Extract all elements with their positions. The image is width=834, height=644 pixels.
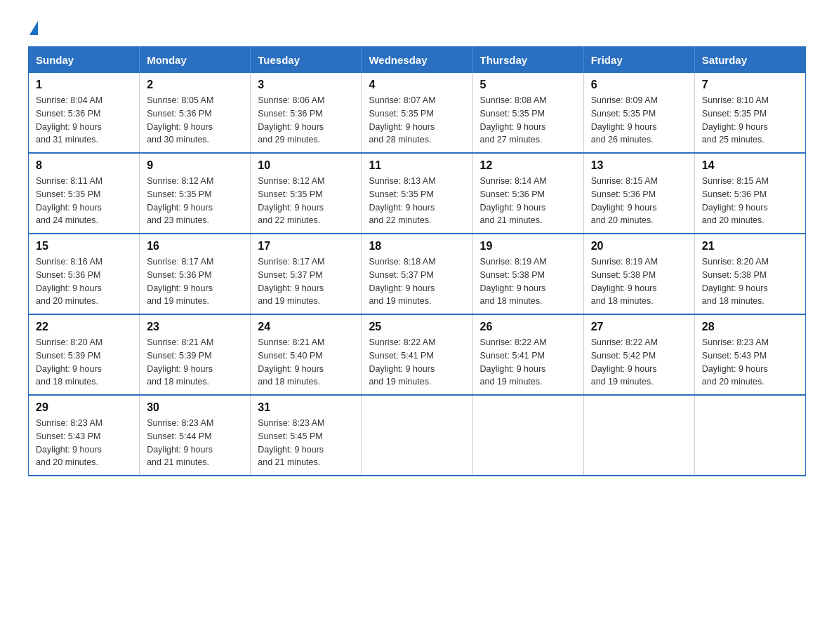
calendar-day-cell: 29 Sunrise: 8:23 AM Sunset: 5:43 PM Dayl… <box>29 395 140 476</box>
calendar-body: 1 Sunrise: 8:04 AM Sunset: 5:36 PM Dayli… <box>29 73 806 476</box>
day-info: Sunrise: 8:12 AM Sunset: 5:35 PM Dayligh… <box>258 175 354 227</box>
day-info: Sunrise: 8:18 AM Sunset: 5:37 PM Dayligh… <box>369 255 465 308</box>
calendar-day-cell <box>694 395 805 476</box>
calendar-day-cell: 20 Sunrise: 8:19 AM Sunset: 5:38 PM Dayl… <box>583 234 694 314</box>
day-number: 23 <box>147 321 243 333</box>
day-info: Sunrise: 8:12 AM Sunset: 5:35 PM Dayligh… <box>147 175 243 227</box>
day-info: Sunrise: 8:14 AM Sunset: 5:36 PM Dayligh… <box>480 175 576 227</box>
calendar-day-cell: 2 Sunrise: 8:05 AM Sunset: 5:36 PM Dayli… <box>140 73 251 153</box>
day-number: 31 <box>258 401 354 414</box>
day-of-week-header: Monday <box>140 47 251 74</box>
calendar-day-cell <box>362 395 472 476</box>
day-info: Sunrise: 8:23 AM Sunset: 5:43 PM Dayligh… <box>702 336 798 389</box>
day-info: Sunrise: 8:20 AM Sunset: 5:39 PM Dayligh… <box>36 336 132 389</box>
logo-triangle-icon <box>29 21 38 35</box>
calendar-day-cell: 15 Sunrise: 8:16 AM Sunset: 5:36 PM Dayl… <box>29 234 140 314</box>
calendar-day-cell: 19 Sunrise: 8:19 AM Sunset: 5:38 PM Dayl… <box>472 234 583 314</box>
day-number: 11 <box>369 159 465 172</box>
day-info: Sunrise: 8:23 AM Sunset: 5:43 PM Dayligh… <box>36 417 132 469</box>
calendar-day-cell: 24 Sunrise: 8:21 AM Sunset: 5:40 PM Dayl… <box>251 314 362 395</box>
day-info: Sunrise: 8:13 AM Sunset: 5:35 PM Dayligh… <box>369 175 465 227</box>
day-info: Sunrise: 8:15 AM Sunset: 5:36 PM Dayligh… <box>702 175 798 227</box>
calendar-day-cell: 14 Sunrise: 8:15 AM Sunset: 5:36 PM Dayl… <box>694 153 805 234</box>
day-number: 4 <box>369 79 465 91</box>
day-number: 25 <box>369 321 465 333</box>
calendar-day-cell: 10 Sunrise: 8:12 AM Sunset: 5:35 PM Dayl… <box>251 153 362 234</box>
day-number: 10 <box>258 159 354 172</box>
day-info: Sunrise: 8:11 AM Sunset: 5:35 PM Dayligh… <box>36 175 132 227</box>
calendar-day-cell: 9 Sunrise: 8:12 AM Sunset: 5:35 PM Dayli… <box>140 153 251 234</box>
day-number: 17 <box>258 240 354 253</box>
calendar-week-row: 1 Sunrise: 8:04 AM Sunset: 5:36 PM Dayli… <box>29 73 806 153</box>
page-header <box>28 21 806 32</box>
day-number: 1 <box>36 79 132 91</box>
day-of-week-header: Sunday <box>29 47 140 74</box>
calendar-table: SundayMondayTuesdayWednesdayThursdayFrid… <box>28 46 806 476</box>
calendar-day-cell: 23 Sunrise: 8:21 AM Sunset: 5:39 PM Dayl… <box>140 314 251 395</box>
day-number: 9 <box>147 159 243 172</box>
logo <box>28 21 38 32</box>
day-number: 2 <box>147 79 243 91</box>
day-info: Sunrise: 8:09 AM Sunset: 5:35 PM Dayligh… <box>591 94 687 147</box>
calendar-day-cell: 4 Sunrise: 8:07 AM Sunset: 5:35 PM Dayli… <box>362 73 472 153</box>
calendar-day-cell: 18 Sunrise: 8:18 AM Sunset: 5:37 PM Dayl… <box>362 234 472 314</box>
day-number: 24 <box>258 321 354 333</box>
day-info: Sunrise: 8:17 AM Sunset: 5:37 PM Dayligh… <box>258 255 354 308</box>
calendar-day-cell: 1 Sunrise: 8:04 AM Sunset: 5:36 PM Dayli… <box>29 73 140 153</box>
day-info: Sunrise: 8:07 AM Sunset: 5:35 PM Dayligh… <box>369 94 465 147</box>
calendar-day-cell: 31 Sunrise: 8:23 AM Sunset: 5:45 PM Dayl… <box>251 395 362 476</box>
calendar-day-cell <box>472 395 583 476</box>
day-info: Sunrise: 8:21 AM Sunset: 5:40 PM Dayligh… <box>258 336 354 389</box>
day-info: Sunrise: 8:06 AM Sunset: 5:36 PM Dayligh… <box>258 94 354 147</box>
day-of-week-header: Thursday <box>472 47 583 74</box>
day-info: Sunrise: 8:17 AM Sunset: 5:36 PM Dayligh… <box>147 255 243 308</box>
day-number: 20 <box>591 240 687 253</box>
calendar-week-row: 22 Sunrise: 8:20 AM Sunset: 5:39 PM Dayl… <box>29 314 806 395</box>
day-info: Sunrise: 8:16 AM Sunset: 5:36 PM Dayligh… <box>36 255 132 308</box>
day-number: 8 <box>36 159 132 172</box>
day-info: Sunrise: 8:19 AM Sunset: 5:38 PM Dayligh… <box>480 255 576 308</box>
day-number: 7 <box>702 79 798 91</box>
day-number: 22 <box>36 321 132 333</box>
calendar-day-cell: 6 Sunrise: 8:09 AM Sunset: 5:35 PM Dayli… <box>583 73 694 153</box>
calendar-day-cell: 8 Sunrise: 8:11 AM Sunset: 5:35 PM Dayli… <box>29 153 140 234</box>
calendar-week-row: 29 Sunrise: 8:23 AM Sunset: 5:43 PM Dayl… <box>29 395 806 476</box>
calendar-day-cell: 12 Sunrise: 8:14 AM Sunset: 5:36 PM Dayl… <box>472 153 583 234</box>
day-number: 29 <box>36 401 132 414</box>
day-info: Sunrise: 8:20 AM Sunset: 5:38 PM Dayligh… <box>702 255 798 308</box>
day-number: 26 <box>480 321 576 333</box>
day-info: Sunrise: 8:15 AM Sunset: 5:36 PM Dayligh… <box>591 175 687 227</box>
calendar-week-row: 8 Sunrise: 8:11 AM Sunset: 5:35 PM Dayli… <box>29 153 806 234</box>
day-info: Sunrise: 8:04 AM Sunset: 5:36 PM Dayligh… <box>36 94 132 147</box>
day-info: Sunrise: 8:08 AM Sunset: 5:35 PM Dayligh… <box>480 94 576 147</box>
day-number: 16 <box>147 240 243 253</box>
day-info: Sunrise: 8:22 AM Sunset: 5:41 PM Dayligh… <box>369 336 465 389</box>
day-info: Sunrise: 8:23 AM Sunset: 5:45 PM Dayligh… <box>258 417 354 469</box>
day-number: 5 <box>480 79 576 91</box>
day-info: Sunrise: 8:22 AM Sunset: 5:41 PM Dayligh… <box>480 336 576 389</box>
day-info: Sunrise: 8:21 AM Sunset: 5:39 PM Dayligh… <box>147 336 243 389</box>
day-of-week-header: Friday <box>583 47 694 74</box>
day-of-week-header: Saturday <box>694 47 805 74</box>
day-number: 30 <box>147 401 243 414</box>
calendar-day-cell: 3 Sunrise: 8:06 AM Sunset: 5:36 PM Dayli… <box>251 73 362 153</box>
calendar-day-cell: 25 Sunrise: 8:22 AM Sunset: 5:41 PM Dayl… <box>362 314 472 395</box>
day-number: 21 <box>702 240 798 253</box>
calendar-day-cell: 7 Sunrise: 8:10 AM Sunset: 5:35 PM Dayli… <box>694 73 805 153</box>
calendar-day-cell <box>583 395 694 476</box>
day-number: 12 <box>480 159 576 172</box>
calendar-day-cell: 27 Sunrise: 8:22 AM Sunset: 5:42 PM Dayl… <box>583 314 694 395</box>
calendar-day-cell: 28 Sunrise: 8:23 AM Sunset: 5:43 PM Dayl… <box>694 314 805 395</box>
day-of-week-header: Wednesday <box>362 47 472 74</box>
day-number: 15 <box>36 240 132 253</box>
calendar-day-cell: 5 Sunrise: 8:08 AM Sunset: 5:35 PM Dayli… <box>472 73 583 153</box>
day-info: Sunrise: 8:23 AM Sunset: 5:44 PM Dayligh… <box>147 417 243 469</box>
day-info: Sunrise: 8:22 AM Sunset: 5:42 PM Dayligh… <box>591 336 687 389</box>
day-number: 14 <box>702 159 798 172</box>
day-of-week-header: Tuesday <box>251 47 362 74</box>
day-info: Sunrise: 8:05 AM Sunset: 5:36 PM Dayligh… <box>147 94 243 147</box>
calendar-week-row: 15 Sunrise: 8:16 AM Sunset: 5:36 PM Dayl… <box>29 234 806 314</box>
calendar-day-cell: 17 Sunrise: 8:17 AM Sunset: 5:37 PM Dayl… <box>251 234 362 314</box>
calendar-day-cell: 21 Sunrise: 8:20 AM Sunset: 5:38 PM Dayl… <box>694 234 805 314</box>
calendar-day-cell: 11 Sunrise: 8:13 AM Sunset: 5:35 PM Dayl… <box>362 153 472 234</box>
